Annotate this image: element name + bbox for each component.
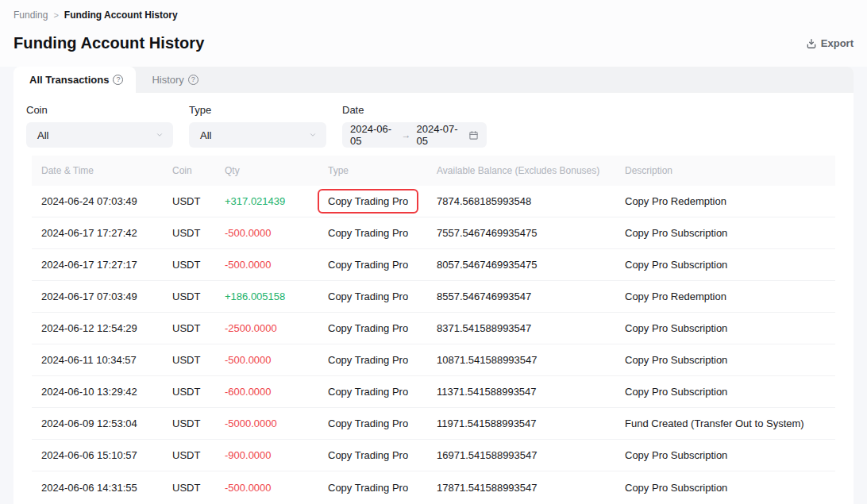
cell-coin: USDT	[163, 449, 215, 461]
cell-balance: 17871.541588993547	[427, 482, 615, 494]
cell-type: Copy Trading Pro	[318, 189, 427, 214]
cell-qty: +186.005158	[215, 290, 318, 302]
tab-history-label: History	[152, 74, 183, 86]
cell-coin: USDT	[163, 227, 215, 239]
chevron-down-icon	[156, 131, 164, 139]
cell-balance: 11971.541588993547	[427, 417, 615, 429]
type-select-value: All	[200, 129, 211, 141]
date-filter-label: Date	[342, 104, 487, 116]
col-header-description: Description	[615, 165, 835, 176]
date-range-start: 2024-06-05	[350, 123, 396, 147]
cell-type: Copy Trading Pro	[318, 227, 427, 239]
coin-filter-label: Coin	[26, 104, 173, 116]
tab-all-transactions[interactable]: All Transactions ?	[13, 67, 136, 93]
type-select[interactable]: All	[189, 122, 326, 148]
cell-description: Fund Created (Transfer Out to System)	[615, 417, 835, 429]
breadcrumb-funding[interactable]: Funding	[13, 10, 48, 21]
date-range-end: 2024-07-05	[417, 123, 463, 147]
table-row: 2024-06-17 17:27:17 USDT -500.0000 Copy …	[32, 249, 835, 281]
cell-datetime: 2024-06-10 13:29:42	[32, 386, 163, 398]
chevron-down-icon	[309, 131, 317, 139]
export-download-icon	[806, 38, 817, 49]
cell-qty: -2500.0000	[215, 322, 318, 334]
coin-select[interactable]: All	[26, 122, 173, 148]
type-filter-label: Type	[189, 104, 326, 116]
cell-type: Copy Trading Pro	[318, 449, 427, 461]
col-header-coin: Coin	[163, 165, 215, 176]
cell-datetime: 2024-06-09 12:53:04	[32, 417, 163, 429]
cell-qty: -900.0000	[215, 449, 318, 461]
col-header-datetime: Date & Time	[32, 165, 163, 176]
cell-qty: -500.0000	[215, 482, 318, 494]
cell-description: Copy Pro Subscription	[615, 482, 835, 494]
cell-description: Copy Pro Subscription	[615, 386, 835, 398]
calendar-icon	[468, 130, 479, 140]
cell-description: Copy Pro Subscription	[615, 259, 835, 271]
page-title: Funding Account History	[13, 34, 204, 52]
breadcrumb-current: Funding Account History	[64, 10, 178, 21]
tab-all-transactions-label: All Transactions	[29, 74, 109, 86]
cell-coin: USDT	[163, 290, 215, 302]
cell-coin: USDT	[163, 322, 215, 334]
cell-balance: 8557.546746993547	[427, 290, 615, 302]
filter-bar: Coin All Type All Date 2024-06-05 →	[13, 93, 854, 148]
table-row: 2024-06-17 07:03:49 USDT +186.005158 Cop…	[32, 281, 835, 313]
cell-qty: -5000.0000	[215, 417, 318, 429]
tab-bar: All Transactions ? History ?	[13, 67, 854, 93]
cell-coin: USDT	[163, 195, 215, 207]
content-card: All Transactions ? History ? Coin All Ty…	[13, 67, 854, 504]
cell-type: Copy Trading Pro	[318, 322, 427, 334]
cell-type: Copy Trading Pro	[318, 290, 427, 302]
arrow-right-icon: →	[402, 129, 411, 140]
col-header-type: Type	[318, 165, 427, 176]
table-row: 2024-06-12 12:54:29 USDT -2500.0000 Copy…	[32, 313, 835, 344]
cell-coin: USDT	[163, 354, 215, 366]
transactions-table: Date & Time Coin Qty Type Available Bala…	[32, 156, 835, 503]
tab-history[interactable]: History ?	[136, 67, 214, 93]
cell-balance: 10871.541588993547	[427, 354, 615, 366]
cell-type: Copy Trading Pro	[318, 386, 427, 398]
table-row: 2024-06-24 07:03:49 USDT +317.021439 Cop…	[32, 186, 835, 217]
cell-balance: 7874.568185993548	[427, 195, 615, 207]
cell-coin: USDT	[163, 482, 215, 494]
cell-datetime: 2024-06-17 17:27:42	[32, 227, 163, 239]
cell-datetime: 2024-06-17 17:27:17	[32, 259, 163, 271]
cell-coin: USDT	[163, 259, 215, 271]
table-row: 2024-06-09 12:53:04 USDT -5000.0000 Copy…	[32, 408, 835, 440]
cell-coin: USDT	[163, 386, 215, 398]
cell-description: Copy Pro Subscription	[615, 449, 835, 461]
date-range-picker[interactable]: 2024-06-05 → 2024-07-05	[342, 122, 487, 148]
cell-qty: -500.0000	[215, 259, 318, 271]
table-row: 2024-06-10 13:29:42 USDT -600.0000 Copy …	[32, 376, 835, 408]
cell-datetime: 2024-06-24 07:03:49	[32, 195, 163, 207]
cell-datetime: 2024-06-17 07:03:49	[32, 290, 163, 302]
table-row: 2024-06-17 17:27:42 USDT -500.0000 Copy …	[32, 217, 835, 249]
col-header-balance: Available Balance (Excludes Bonuses)	[427, 165, 615, 176]
cell-datetime: 2024-06-11 10:34:57	[32, 354, 163, 366]
breadcrumb: Funding > Funding Account History	[13, 10, 854, 21]
table-header-row: Date & Time Coin Qty Type Available Bala…	[32, 156, 835, 186]
cell-datetime: 2024-06-06 14:31:55	[32, 482, 163, 494]
col-header-qty: Qty	[215, 165, 318, 176]
cell-qty: -500.0000	[215, 354, 318, 366]
cell-description: Copy Pro Redemption	[615, 290, 835, 302]
cell-description: Copy Pro Subscription	[615, 354, 835, 366]
table-row: 2024-06-11 10:34:57 USDT -500.0000 Copy …	[32, 344, 835, 376]
cell-description: Copy Pro Subscription	[615, 227, 835, 239]
help-icon: ?	[113, 75, 123, 85]
cell-type: Copy Trading Pro	[318, 482, 427, 494]
cell-balance: 11371.541588993547	[427, 386, 615, 398]
cell-datetime: 2024-06-06 15:10:57	[32, 449, 163, 461]
cell-datetime: 2024-06-12 12:54:29	[32, 322, 163, 334]
cell-qty: +317.021439	[215, 195, 318, 207]
cell-balance: 8057.5467469935475	[427, 259, 615, 271]
breadcrumb-separator: >	[53, 10, 58, 21]
table-row: 2024-06-06 15:10:57 USDT -900.0000 Copy …	[32, 440, 835, 471]
cell-coin: USDT	[163, 417, 215, 429]
cell-type: Copy Trading Pro	[318, 259, 427, 271]
export-button[interactable]: Export	[806, 37, 854, 49]
cell-balance: 16971.541588993547	[427, 449, 615, 461]
highlight-annotation-box: Copy Trading Pro	[318, 189, 418, 214]
cell-balance: 8371.541588993547	[427, 322, 615, 334]
cell-qty: -600.0000	[215, 386, 318, 398]
